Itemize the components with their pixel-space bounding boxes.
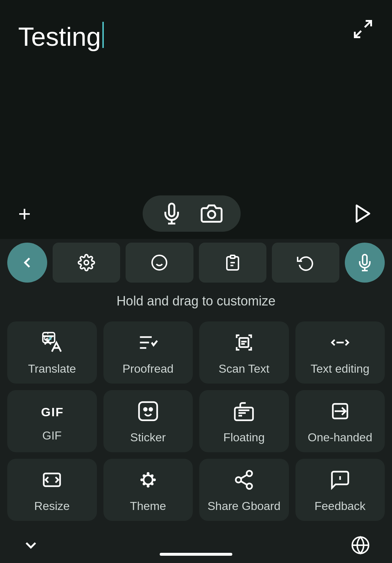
share-gboard-label: Share Gboard [208,499,281,513]
svg-marker-5 [356,206,369,222]
floating-button[interactable]: Floating [199,390,289,452]
expand-icon[interactable] [352,18,374,44]
svg-point-45 [247,471,252,476]
svg-line-48 [241,481,247,485]
svg-point-28 [150,408,152,411]
svg-point-46 [236,477,241,483]
floating-icon [233,400,255,425]
collapse-button[interactable] [22,536,40,559]
svg-point-7 [152,255,167,270]
theme-label: Theme [130,499,166,513]
translate-label: Translate [28,362,76,376]
sticker-button[interactable]: Sticker [103,390,193,452]
feedback-icon [329,469,351,494]
mic-camera-group [143,195,241,232]
svg-line-49 [241,475,247,478]
svg-point-43 [143,483,146,486]
svg-text:GIF: GIF [41,405,64,419]
sticker-label: Sticker [130,431,166,444]
theme-button[interactable]: Theme [103,459,193,521]
feedback-label: Feedback [314,499,366,513]
theme-icon [137,469,159,494]
text-area[interactable]: Testing [0,0,392,188]
microphone-button[interactable] [161,203,183,224]
text-cursor [102,22,104,48]
svg-point-47 [247,483,252,489]
one-handed-button[interactable]: One-handed [295,390,385,452]
toolbar-row: + [0,188,392,239]
translate-button[interactable]: G × Translate [7,321,97,384]
svg-line-1 [355,31,362,37]
text-editing-icon [329,332,351,356]
send-button[interactable] [348,199,377,228]
undo-button[interactable] [272,243,339,283]
svg-point-41 [143,474,146,477]
scan-text-button[interactable]: Scan Text [199,321,289,384]
gif-button[interactable]: GIF GIF [7,390,97,452]
floating-label: Floating [223,431,265,444]
svg-point-37 [147,472,150,475]
share-gboard-button[interactable]: Share Gboard [199,459,289,521]
share-icon [233,469,255,494]
keyboard-top-row [0,239,392,286]
back-button[interactable] [7,243,47,283]
feedback-button[interactable]: Feedback [295,459,385,521]
keyboard-mic-button[interactable] [345,243,385,283]
svg-point-40 [153,478,156,481]
customize-hint: Hold and drag to customize [0,286,392,318]
typed-text: Testing [18,22,101,52]
emoji-button[interactable] [126,243,193,283]
svg-point-42 [151,483,154,486]
svg-text:×: × [48,335,52,342]
one-handed-label: One-handed [308,431,372,444]
text-editing-button[interactable]: Text editing [295,321,385,384]
app-container: Testing + [0,0,392,563]
bottom-bar [0,528,392,563]
screenshot-button[interactable] [201,203,222,224]
proofread-label: Proofread [122,362,173,376]
svg-rect-10 [230,255,235,258]
proofread-icon [137,332,159,356]
resize-button[interactable]: Resize [7,459,97,521]
svg-line-0 [365,21,371,28]
globe-button[interactable] [351,535,370,559]
scan-text-label: Scan Text [219,362,269,376]
translate-icon: G × [41,332,63,356]
clipboard-button[interactable] [199,243,266,283]
text-editing-label: Text editing [311,362,369,376]
gif-icon: GIF [39,402,65,423]
svg-point-39 [140,478,143,481]
proofread-button[interactable]: Proofread [103,321,193,384]
one-handed-icon [329,400,351,425]
text-input-display: Testing [18,22,374,52]
sticker-icon [137,400,159,425]
gif-label: GIF [42,429,62,442]
svg-rect-21 [240,338,249,347]
resize-label: Resize [34,499,70,513]
svg-point-27 [144,408,147,411]
svg-rect-26 [139,402,157,420]
features-grid: G × Translate Proofread [0,318,392,528]
settings-button[interactable] [53,243,120,283]
resize-icon [41,469,63,494]
svg-point-6 [84,260,89,265]
home-indicator [160,553,232,556]
svg-point-44 [151,474,154,477]
scan-text-icon [233,332,255,356]
svg-point-4 [208,211,215,218]
svg-point-38 [147,485,150,488]
add-button[interactable]: + [15,198,34,230]
